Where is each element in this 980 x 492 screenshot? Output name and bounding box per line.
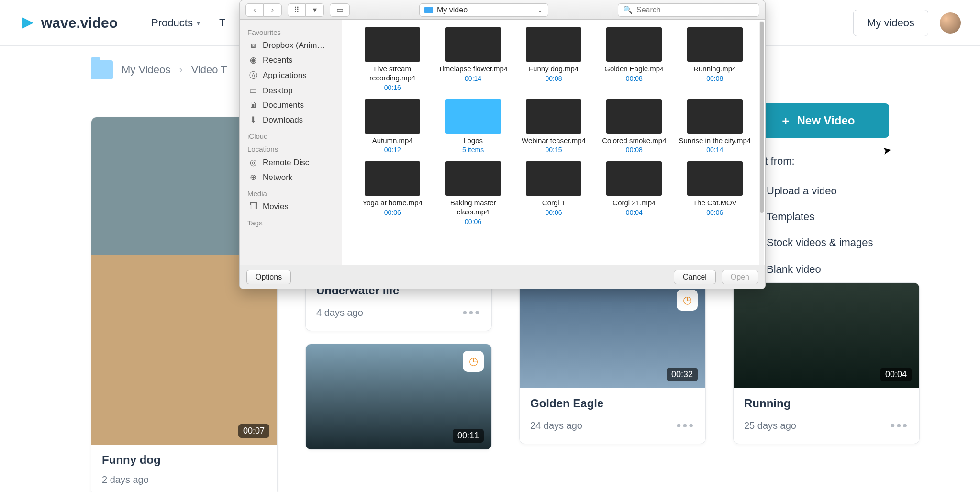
file-item[interactable]: Yoga at home.mp4 00:06 (355, 161, 430, 225)
file-meta: 00:08 (516, 75, 591, 82)
dialog-toolbar: ‹ › ⠿ ▾ ▭ My video ⌄ 🔍 Search (240, 0, 765, 20)
more-icon[interactable]: ••• (891, 418, 909, 433)
file-item[interactable]: Timelapse flower.mp4 00:14 (435, 27, 511, 91)
video-thumb (365, 161, 420, 196)
video-thumb (606, 27, 662, 62)
folder-icon (445, 99, 501, 134)
view-mode-chevron[interactable]: ▾ (306, 3, 324, 17)
crumb-my-videos[interactable]: My Videos (122, 64, 170, 76)
sidebar-heading-locations: Locations (247, 145, 342, 153)
more-icon[interactable]: ••• (677, 418, 695, 433)
file-name: Webinar teaser.mp4 (516, 136, 591, 145)
video-card-lake[interactable]: ◷ 00:11 (305, 344, 492, 450)
file-item[interactable]: Autumn.mp4 00:12 (355, 99, 430, 154)
sidebar-item-network[interactable]: ⊕Network (246, 170, 342, 185)
start-upload-video[interactable]: ⇧ Upload a video (746, 178, 887, 204)
file-item[interactable]: Running.mp4 00:08 (677, 27, 753, 91)
dropbox-icon: ⧈ (248, 41, 258, 50)
start-blank[interactable]: ＋ Blank video (746, 256, 887, 283)
start-stock[interactable]: 🔍 Stock videos & images (746, 230, 887, 256)
sidebar-item-documents[interactable]: 🗎Documents (246, 98, 342, 112)
folder-icon (91, 60, 113, 79)
my-videos-button[interactable]: My videos (853, 10, 928, 36)
start-from-heading: Start from: (746, 155, 887, 168)
updown-icon: ⌄ (537, 5, 543, 14)
chevron-right-icon: › (179, 64, 182, 76)
video-thumb (606, 161, 662, 196)
file-item[interactable]: Corgi 1 00:06 (516, 161, 591, 225)
dialog-sidebar: Favourites ⧈Dropbox (Anim… ◉Recents ⒶApp… (240, 20, 342, 265)
sidebar-item-remote-disc[interactable]: ◎Remote Disc (246, 155, 342, 170)
dialog-footer: Options Cancel Open (240, 265, 765, 289)
applications-icon: Ⓐ (248, 70, 258, 81)
file-name: Corgi 21.mp4 (596, 199, 672, 208)
crumb-current[interactable]: Video T (191, 64, 227, 76)
file-name: Funny dog.mp4 (516, 65, 591, 74)
file-meta: 00:06 (677, 209, 753, 216)
downloads-icon: ⬇ (248, 115, 258, 125)
sidebar-item-applications[interactable]: ⒶApplications (246, 67, 342, 83)
video-thumb (445, 161, 501, 196)
file-item[interactable]: Baking master class.mp4 00:06 (435, 161, 511, 225)
file-item[interactable]: Corgi 21.mp4 00:04 (596, 161, 672, 225)
duration-badge: 00:07 (238, 424, 269, 438)
video-thumb (687, 161, 743, 196)
nav-back-button[interactable]: ‹ (245, 3, 264, 17)
nav-templates-partial[interactable]: T (219, 17, 225, 29)
group-button[interactable]: ▭ (330, 3, 350, 17)
user-avatar[interactable] (940, 12, 961, 34)
video-thumb (526, 99, 581, 134)
file-item[interactable]: Sunrise in the city.mp4 00:14 (677, 99, 753, 154)
file-name: Live stream recording.mp4 (355, 65, 430, 83)
scrollbar[interactable] (759, 21, 764, 265)
file-item[interactable]: Funny dog.mp4 00:08 (516, 27, 591, 91)
nav-forward-button[interactable]: › (264, 3, 282, 17)
card-ago: 4 days ago (316, 307, 363, 318)
file-item[interactable]: Logos 5 items (435, 99, 511, 154)
file-item[interactable]: The Cat.MOV 00:06 (677, 161, 753, 225)
card-title: Running (744, 397, 909, 410)
search-icon: 🔍 (623, 5, 633, 14)
video-thumb (687, 99, 743, 134)
documents-icon: 🗎 (248, 101, 258, 110)
file-item[interactable]: Live stream recording.mp4 00:16 (355, 27, 430, 91)
file-name: Yoga at home.mp4 (355, 199, 430, 208)
new-video-button[interactable]: ＋ New Video (746, 103, 889, 138)
sidebar-item-dropbox[interactable]: ⧈Dropbox (Anim… (246, 38, 342, 53)
brand-logo[interactable]: wave.video (19, 14, 118, 32)
file-meta: 00:08 (596, 75, 672, 82)
video-card-golden-eagle[interactable]: ◷ 00:32 Golden Eagle 24 days ago ••• (519, 282, 706, 444)
disc-icon: ◎ (248, 157, 258, 168)
card-ago: 2 days ago (102, 474, 149, 485)
file-item[interactable]: Golden Eagle.mp4 00:08 (596, 27, 672, 91)
file-item[interactable]: Webinar teaser.mp4 00:15 (516, 99, 591, 154)
network-icon: ⊕ (248, 172, 258, 182)
search-input[interactable]: 🔍 Search (618, 3, 759, 17)
sidebar-item-movies[interactable]: 🎞Movies (246, 200, 342, 214)
start-templates[interactable]: ▣ Templates (746, 204, 887, 230)
video-card-running[interactable]: 00:04 Running 25 days ago ••• (733, 282, 920, 444)
file-meta: 00:14 (677, 146, 753, 154)
video-thumb (365, 27, 420, 62)
cancel-button[interactable]: Cancel (674, 270, 716, 284)
sidebar-heading-media: Media (247, 190, 342, 198)
card-title: Golden Eagle (530, 397, 695, 410)
desktop-icon: ▭ (248, 86, 258, 96)
sidebar-item-recents[interactable]: ◉Recents (246, 53, 342, 67)
path-dropdown[interactable]: My video ⌄ (419, 3, 548, 17)
more-icon[interactable]: ••• (463, 305, 481, 320)
card-ago: 25 days ago (744, 420, 796, 431)
file-item[interactable]: Colored smoke.mp4 00:08 (596, 99, 672, 154)
file-name: Logos (435, 136, 511, 145)
file-meta: 00:08 (677, 75, 753, 82)
movies-icon: 🎞 (248, 202, 258, 212)
file-meta: 00:16 (355, 84, 430, 91)
open-button[interactable]: Open (722, 270, 758, 284)
card-ago: 24 days ago (530, 420, 582, 431)
options-button[interactable]: Options (246, 270, 291, 284)
sidebar-item-downloads[interactable]: ⬇Downloads (246, 112, 342, 127)
nav-products[interactable]: Products ▾ (151, 17, 200, 29)
duration-badge: 00:04 (880, 368, 912, 381)
sidebar-item-desktop[interactable]: ▭Desktop (246, 83, 342, 98)
view-mode-button[interactable]: ⠿ (288, 3, 306, 17)
